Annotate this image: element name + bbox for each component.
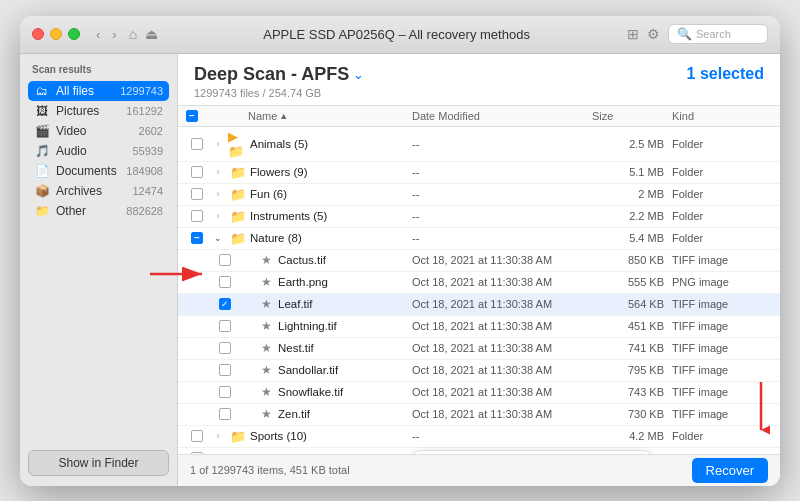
file-size: 555 KB — [592, 276, 672, 288]
search-icon: 🔍 — [677, 27, 692, 41]
sidebar-label-video: Video — [56, 124, 133, 138]
file-date: -- — [412, 232, 592, 244]
sidebar-label-other: Other — [56, 204, 120, 218]
close-button[interactable] — [32, 28, 44, 40]
file-kind: TIFF image — [672, 298, 772, 310]
row-checkbox[interactable] — [191, 188, 203, 200]
table-row[interactable]: ★ Lightning.tif Oct 18, 2021 at 11:30:38… — [178, 316, 780, 338]
sidebar-label-audio: Audio — [56, 144, 126, 158]
file-icon: ★ — [261, 275, 272, 289]
table-row[interactable]: ★ Sandollar.tif Oct 18, 2021 at 11:30:38… — [178, 360, 780, 382]
show-in-finder-button[interactable]: Show in Finder — [28, 450, 169, 476]
row-checkbox[interactable] — [219, 386, 231, 398]
file-date: Oct 18, 2021 at 11:30:38 AM — [412, 364, 592, 376]
expand-icon[interactable]: ⌄ — [208, 233, 228, 243]
th-size[interactable]: Size — [592, 110, 672, 122]
documents-icon: 📄 — [34, 164, 50, 178]
row-checkbox[interactable] — [219, 276, 231, 288]
file-name: Cactus.tif — [276, 254, 412, 266]
th-name[interactable]: Name ▲ — [248, 110, 412, 122]
file-size: 2.2 MB — [592, 210, 672, 222]
table-row[interactable]: › 📁 Flowers (9) -- 5.1 MB Folder — [178, 162, 780, 184]
sidebar-label-documents: Documents — [56, 164, 120, 178]
row-checkbox[interactable] — [219, 342, 231, 354]
table-row[interactable]: ★ Nest.tif Oct 18, 2021 at 11:30:38 AM 7… — [178, 338, 780, 360]
home-icon[interactable]: ⌂ — [129, 26, 137, 42]
row-checkbox-minus[interactable]: − — [191, 232, 203, 244]
nav-arrows: ‹ › — [92, 25, 121, 44]
sidebar-item-all-files[interactable]: 🗂 All files 1299743 — [28, 81, 169, 101]
file-date: Oct 18, 2021 at 11:30:38 AM — [412, 276, 592, 288]
expand-icon[interactable]: › — [208, 167, 228, 177]
file-size: 741 KB — [592, 342, 672, 354]
eject-icon[interactable]: ⏏ — [145, 26, 158, 42]
grid-icon[interactable]: ⊞ — [627, 26, 639, 42]
file-size: 2.5 MB — [592, 138, 672, 150]
back-button[interactable]: ‹ — [92, 25, 104, 44]
th-expand — [208, 110, 228, 122]
row-checkbox[interactable] — [191, 138, 203, 150]
file-date: Oct 18, 2021 at 11:30:38 AM — [412, 386, 592, 398]
row-checkbox[interactable] — [191, 210, 203, 222]
sidebar-item-audio[interactable]: 🎵 Audio 55939 — [28, 141, 169, 161]
header-checkbox[interactable]: − — [186, 110, 198, 122]
sidebar-item-documents[interactable]: 📄 Documents 184908 — [28, 161, 169, 181]
sidebar-item-other[interactable]: 📁 Other 882628 — [28, 201, 169, 221]
file-kind: Folder — [672, 210, 772, 222]
table-row[interactable]: › ▶ 📁 Animals (5) -- 2.5 MB Folder — [178, 127, 780, 162]
minimize-button[interactable] — [50, 28, 62, 40]
maximize-button[interactable] — [68, 28, 80, 40]
file-icon: ★ — [261, 407, 272, 421]
row-checkbox-checked[interactable]: ✓ — [219, 298, 231, 310]
sidebar-count-archives: 12474 — [132, 185, 163, 197]
table-row[interactable]: ★ Zen.tif Oct 18, 2021 at 11:30:38 AM 73… — [178, 404, 780, 426]
file-icon: ★ — [261, 385, 272, 399]
forward-button[interactable]: › — [108, 25, 120, 44]
expand-icon[interactable]: › — [208, 211, 228, 221]
table-row[interactable]: › 📁 Fun (6) -- 2 MB Folder — [178, 184, 780, 206]
expand-icon[interactable]: › — [208, 453, 228, 454]
file-date: -- — [412, 166, 592, 178]
table-row[interactable]: › 📁 User Template (10 ✓ All recovery met… — [178, 448, 780, 454]
table-row[interactable]: ★ Cactus.tif Oct 18, 2021 at 11:30:38 AM… — [178, 250, 780, 272]
file-name: Leaf.tif — [276, 298, 412, 310]
th-icon — [228, 110, 248, 122]
table-row[interactable]: − ⌄ 📁 Nature (8) -- 5.4 MB Folder — [178, 228, 780, 250]
table-row[interactable]: ✓ ★ Leaf.tif Oct 18, 2021 at 11:30:38 AM… — [178, 294, 780, 316]
sidebar-item-archives[interactable]: 📦 Archives 12474 — [28, 181, 169, 201]
row-checkbox[interactable] — [219, 408, 231, 420]
file-size: 5.1 MB — [592, 166, 672, 178]
video-icon: 🎬 — [34, 124, 50, 138]
sort-icon[interactable]: ⚙ — [647, 26, 660, 42]
sidebar-item-video[interactable]: 🎬 Video 2602 — [28, 121, 169, 141]
selected-count: 1 selected — [687, 65, 764, 83]
sidebar-item-pictures[interactable]: 🖼 Pictures 161292 — [28, 101, 169, 121]
table-row[interactable]: ★ Snowflake.tif Oct 18, 2021 at 11:30:38… — [178, 382, 780, 404]
th-kind[interactable]: Kind — [672, 110, 772, 122]
th-date[interactable]: Date Modified — [412, 110, 592, 122]
row-checkbox[interactable] — [191, 452, 203, 454]
file-name: Lightning.tif — [276, 320, 412, 332]
sidebar-section-title: Scan results — [28, 64, 169, 75]
table-row[interactable]: › 📁 Sports (10) -- 4.2 MB Folder — [178, 426, 780, 448]
row-checkbox[interactable] — [191, 430, 203, 442]
scan-dropdown-arrow[interactable]: ⌄ — [353, 67, 364, 82]
other-icon: 📁 — [34, 204, 50, 218]
row-checkbox[interactable] — [219, 320, 231, 332]
expand-icon[interactable]: › — [208, 189, 228, 199]
file-name: Sandollar.tif — [276, 364, 412, 376]
table-row[interactable]: › 📁 Instruments (5) -- 2.2 MB Folder — [178, 206, 780, 228]
recover-button[interactable]: Recover — [692, 458, 768, 483]
file-kind: Folder — [672, 452, 772, 454]
file-kind: PNG image — [672, 276, 772, 288]
file-date: Oct 18, 2021 at 11:30:38 AM — [412, 298, 592, 310]
row-checkbox[interactable] — [219, 364, 231, 376]
table-row[interactable]: ★ Earth.png Oct 18, 2021 at 11:30:38 AM … — [178, 272, 780, 294]
expand-icon[interactable]: › — [208, 139, 228, 149]
search-box[interactable]: 🔍 Search — [668, 24, 768, 44]
row-checkbox[interactable] — [219, 254, 231, 266]
row-checkbox[interactable] — [191, 166, 203, 178]
file-kind: Folder — [672, 138, 772, 150]
expand-icon[interactable]: › — [208, 431, 228, 441]
folder-icon: 📁 — [230, 231, 246, 246]
